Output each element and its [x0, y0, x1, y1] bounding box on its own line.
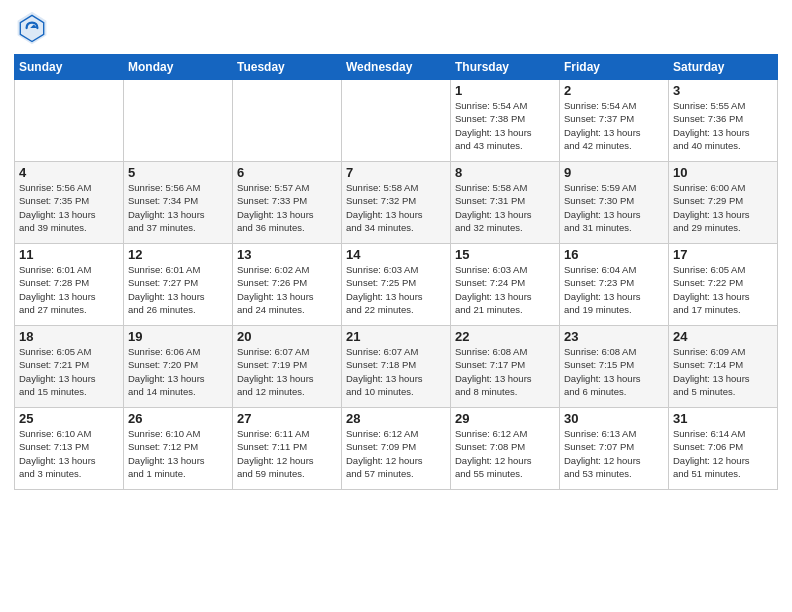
week-row-1: 1Sunrise: 5:54 AM Sunset: 7:38 PM Daylig… — [15, 80, 778, 162]
day-info: Sunrise: 6:14 AM Sunset: 7:06 PM Dayligh… — [673, 427, 773, 480]
day-info: Sunrise: 5:54 AM Sunset: 7:38 PM Dayligh… — [455, 99, 555, 152]
calendar-cell: 2Sunrise: 5:54 AM Sunset: 7:37 PM Daylig… — [560, 80, 669, 162]
calendar-cell — [233, 80, 342, 162]
calendar-cell: 14Sunrise: 6:03 AM Sunset: 7:25 PM Dayli… — [342, 244, 451, 326]
calendar-cell: 27Sunrise: 6:11 AM Sunset: 7:11 PM Dayli… — [233, 408, 342, 490]
logo-icon — [14, 10, 50, 46]
calendar-cell: 4Sunrise: 5:56 AM Sunset: 7:35 PM Daylig… — [15, 162, 124, 244]
day-info: Sunrise: 5:55 AM Sunset: 7:36 PM Dayligh… — [673, 99, 773, 152]
week-row-3: 11Sunrise: 6:01 AM Sunset: 7:28 PM Dayli… — [15, 244, 778, 326]
calendar-cell: 12Sunrise: 6:01 AM Sunset: 7:27 PM Dayli… — [124, 244, 233, 326]
day-info: Sunrise: 6:05 AM Sunset: 7:22 PM Dayligh… — [673, 263, 773, 316]
week-row-5: 25Sunrise: 6:10 AM Sunset: 7:13 PM Dayli… — [15, 408, 778, 490]
calendar-cell: 26Sunrise: 6:10 AM Sunset: 7:12 PM Dayli… — [124, 408, 233, 490]
calendar-cell: 24Sunrise: 6:09 AM Sunset: 7:14 PM Dayli… — [669, 326, 778, 408]
calendar-cell: 29Sunrise: 6:12 AM Sunset: 7:08 PM Dayli… — [451, 408, 560, 490]
calendar-cell: 21Sunrise: 6:07 AM Sunset: 7:18 PM Dayli… — [342, 326, 451, 408]
calendar-table: Sunday Monday Tuesday Wednesday Thursday… — [14, 54, 778, 490]
day-info: Sunrise: 5:56 AM Sunset: 7:34 PM Dayligh… — [128, 181, 228, 234]
day-info: Sunrise: 6:10 AM Sunset: 7:12 PM Dayligh… — [128, 427, 228, 480]
day-number: 27 — [237, 411, 337, 426]
day-info: Sunrise: 6:08 AM Sunset: 7:15 PM Dayligh… — [564, 345, 664, 398]
day-info: Sunrise: 6:07 AM Sunset: 7:19 PM Dayligh… — [237, 345, 337, 398]
day-number: 12 — [128, 247, 228, 262]
day-number: 15 — [455, 247, 555, 262]
day-number: 31 — [673, 411, 773, 426]
day-number: 7 — [346, 165, 446, 180]
day-number: 21 — [346, 329, 446, 344]
calendar-cell: 22Sunrise: 6:08 AM Sunset: 7:17 PM Dayli… — [451, 326, 560, 408]
week-row-4: 18Sunrise: 6:05 AM Sunset: 7:21 PM Dayli… — [15, 326, 778, 408]
day-info: Sunrise: 5:59 AM Sunset: 7:30 PM Dayligh… — [564, 181, 664, 234]
day-info: Sunrise: 5:58 AM Sunset: 7:32 PM Dayligh… — [346, 181, 446, 234]
calendar-cell: 28Sunrise: 6:12 AM Sunset: 7:09 PM Dayli… — [342, 408, 451, 490]
day-info: Sunrise: 6:03 AM Sunset: 7:24 PM Dayligh… — [455, 263, 555, 316]
day-number: 26 — [128, 411, 228, 426]
day-number: 16 — [564, 247, 664, 262]
day-info: Sunrise: 5:56 AM Sunset: 7:35 PM Dayligh… — [19, 181, 119, 234]
calendar-cell: 18Sunrise: 6:05 AM Sunset: 7:21 PM Dayli… — [15, 326, 124, 408]
calendar-cell: 30Sunrise: 6:13 AM Sunset: 7:07 PM Dayli… — [560, 408, 669, 490]
day-info: Sunrise: 5:58 AM Sunset: 7:31 PM Dayligh… — [455, 181, 555, 234]
calendar-cell: 17Sunrise: 6:05 AM Sunset: 7:22 PM Dayli… — [669, 244, 778, 326]
header-row: Sunday Monday Tuesday Wednesday Thursday… — [15, 55, 778, 80]
day-info: Sunrise: 6:05 AM Sunset: 7:21 PM Dayligh… — [19, 345, 119, 398]
calendar-cell: 7Sunrise: 5:58 AM Sunset: 7:32 PM Daylig… — [342, 162, 451, 244]
day-number: 3 — [673, 83, 773, 98]
day-number: 8 — [455, 165, 555, 180]
calendar-cell: 8Sunrise: 5:58 AM Sunset: 7:31 PM Daylig… — [451, 162, 560, 244]
calendar-cell: 25Sunrise: 6:10 AM Sunset: 7:13 PM Dayli… — [15, 408, 124, 490]
calendar-cell: 13Sunrise: 6:02 AM Sunset: 7:26 PM Dayli… — [233, 244, 342, 326]
day-info: Sunrise: 6:12 AM Sunset: 7:09 PM Dayligh… — [346, 427, 446, 480]
day-number: 30 — [564, 411, 664, 426]
day-info: Sunrise: 5:57 AM Sunset: 7:33 PM Dayligh… — [237, 181, 337, 234]
calendar-cell — [342, 80, 451, 162]
calendar-cell: 1Sunrise: 5:54 AM Sunset: 7:38 PM Daylig… — [451, 80, 560, 162]
calendar-cell: 15Sunrise: 6:03 AM Sunset: 7:24 PM Dayli… — [451, 244, 560, 326]
day-number: 13 — [237, 247, 337, 262]
day-number: 9 — [564, 165, 664, 180]
day-number: 2 — [564, 83, 664, 98]
day-info: Sunrise: 6:08 AM Sunset: 7:17 PM Dayligh… — [455, 345, 555, 398]
day-number: 10 — [673, 165, 773, 180]
day-number: 5 — [128, 165, 228, 180]
calendar-cell — [124, 80, 233, 162]
col-thursday: Thursday — [451, 55, 560, 80]
day-number: 25 — [19, 411, 119, 426]
day-number: 11 — [19, 247, 119, 262]
day-info: Sunrise: 6:11 AM Sunset: 7:11 PM Dayligh… — [237, 427, 337, 480]
page: Sunday Monday Tuesday Wednesday Thursday… — [0, 0, 792, 612]
day-info: Sunrise: 5:54 AM Sunset: 7:37 PM Dayligh… — [564, 99, 664, 152]
calendar-cell: 6Sunrise: 5:57 AM Sunset: 7:33 PM Daylig… — [233, 162, 342, 244]
calendar-cell: 3Sunrise: 5:55 AM Sunset: 7:36 PM Daylig… — [669, 80, 778, 162]
calendar-cell: 23Sunrise: 6:08 AM Sunset: 7:15 PM Dayli… — [560, 326, 669, 408]
calendar-cell: 11Sunrise: 6:01 AM Sunset: 7:28 PM Dayli… — [15, 244, 124, 326]
calendar-cell: 9Sunrise: 5:59 AM Sunset: 7:30 PM Daylig… — [560, 162, 669, 244]
day-number: 23 — [564, 329, 664, 344]
day-number: 24 — [673, 329, 773, 344]
calendar-cell: 20Sunrise: 6:07 AM Sunset: 7:19 PM Dayli… — [233, 326, 342, 408]
header — [14, 10, 778, 46]
day-info: Sunrise: 6:01 AM Sunset: 7:27 PM Dayligh… — [128, 263, 228, 316]
day-number: 29 — [455, 411, 555, 426]
day-number: 18 — [19, 329, 119, 344]
day-number: 20 — [237, 329, 337, 344]
calendar-cell — [15, 80, 124, 162]
day-number: 28 — [346, 411, 446, 426]
col-wednesday: Wednesday — [342, 55, 451, 80]
week-row-2: 4Sunrise: 5:56 AM Sunset: 7:35 PM Daylig… — [15, 162, 778, 244]
day-info: Sunrise: 6:04 AM Sunset: 7:23 PM Dayligh… — [564, 263, 664, 316]
day-number: 14 — [346, 247, 446, 262]
day-info: Sunrise: 6:02 AM Sunset: 7:26 PM Dayligh… — [237, 263, 337, 316]
day-number: 22 — [455, 329, 555, 344]
calendar-cell: 5Sunrise: 5:56 AM Sunset: 7:34 PM Daylig… — [124, 162, 233, 244]
day-info: Sunrise: 6:03 AM Sunset: 7:25 PM Dayligh… — [346, 263, 446, 316]
day-number: 1 — [455, 83, 555, 98]
calendar-cell: 16Sunrise: 6:04 AM Sunset: 7:23 PM Dayli… — [560, 244, 669, 326]
col-monday: Monday — [124, 55, 233, 80]
col-sunday: Sunday — [15, 55, 124, 80]
logo — [14, 10, 56, 46]
day-info: Sunrise: 6:09 AM Sunset: 7:14 PM Dayligh… — [673, 345, 773, 398]
day-number: 19 — [128, 329, 228, 344]
calendar-cell: 31Sunrise: 6:14 AM Sunset: 7:06 PM Dayli… — [669, 408, 778, 490]
